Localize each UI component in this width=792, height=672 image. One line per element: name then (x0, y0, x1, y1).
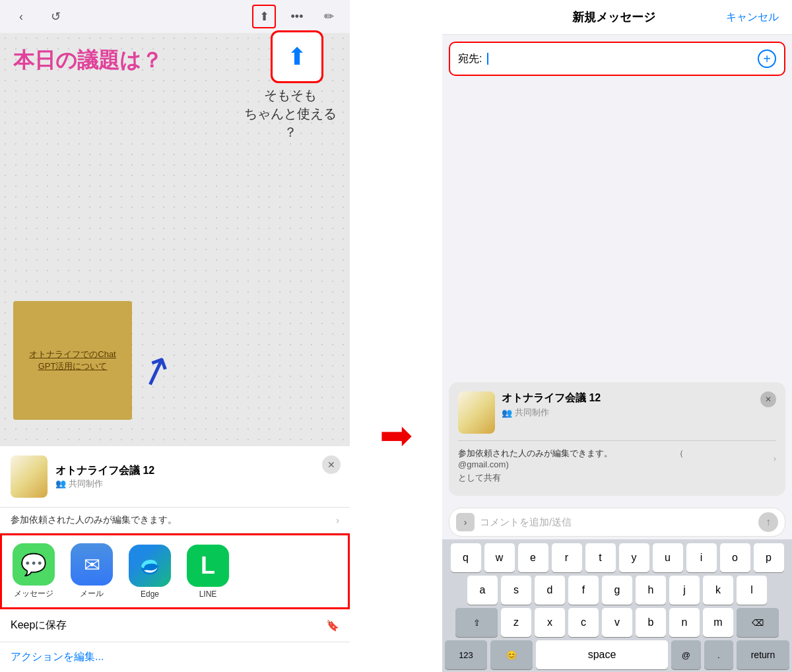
key-f[interactable]: f (568, 576, 599, 605)
shared-card-container: オトナライフ会議 12 👥 共同制作 ✕ 参加依頼された人のみが編集できます。 … (449, 382, 785, 496)
app-subtitle: 👥 共同制作 (55, 478, 154, 490)
edit-actions-row[interactable]: アクションを編集... (0, 642, 350, 672)
note-area: 本日の議題は？ そもそも ちゃんと使える ？ ↗ オトナライフでのChat GP… (0, 33, 350, 446)
key-a[interactable]: a (467, 576, 498, 605)
keyboard-row-2: a s d f g h j k l (445, 576, 789, 605)
close-sheet-button[interactable]: ✕ (322, 455, 341, 474)
top-bar-left: ‹ ↺ (11, 6, 66, 27)
key-v[interactable]: v (602, 608, 632, 637)
key-y[interactable]: y (619, 543, 649, 572)
key-m[interactable]: m (703, 608, 733, 637)
keyboard-row-3: ⇧ z x c v b n m ⌫ (445, 608, 789, 637)
shared-card-header: オトナライフ会議 12 👥 共同制作 ✕ (458, 391, 776, 434)
messages-title: 新規メッセージ (572, 9, 655, 25)
share-popup: ⬆ (271, 30, 323, 83)
key-j[interactable]: j (669, 576, 700, 605)
keyboard-row-bottom: 123 😊 space @ . return (445, 640, 789, 669)
back-icon[interactable]: ‹ (11, 6, 32, 27)
cancel-button[interactable]: キャンセル (726, 11, 779, 24)
key-numbers[interactable]: 123 (445, 640, 487, 669)
key-d[interactable]: d (535, 576, 565, 605)
messages-header: 新規メッセージ キャンセル (442, 0, 792, 35)
bookmark-icon: 🔖 (326, 619, 339, 632)
app-info-text: オトナライフ会議 12 👥 共同制作 (55, 464, 154, 490)
edge-app-icon[interactable]: Edge (129, 545, 171, 599)
send-button[interactable]: ↑ (758, 512, 778, 532)
key-emoji[interactable]: 😊 (490, 640, 533, 669)
key-delete[interactable]: ⌫ (737, 608, 779, 637)
key-z[interactable]: z (501, 608, 531, 637)
messages-app-icon[interactable]: 💬 メッセージ (13, 543, 55, 599)
comment-row: › コメントを追加/送信 ↑ (449, 508, 785, 537)
thumb-content (11, 455, 48, 498)
key-i[interactable]: i (686, 543, 717, 572)
key-shift[interactable]: ⇧ (455, 608, 498, 637)
key-space[interactable]: space (536, 640, 668, 669)
edit-actions-link[interactable]: アクションを編集... (11, 651, 104, 662)
key-t[interactable]: t (585, 543, 616, 572)
shared-as-row: として共有 (458, 472, 776, 484)
key-at[interactable]: @ (671, 640, 701, 669)
shared-card-info: オトナライフ会議 12 👥 共同制作 (502, 391, 601, 419)
line-app-icon[interactable]: L LINE (187, 545, 229, 599)
key-p[interactable]: p (754, 543, 784, 572)
transition-arrow: ➡ (350, 0, 442, 672)
key-q[interactable]: q (451, 543, 481, 572)
right-spacer (442, 76, 792, 376)
keep-row[interactable]: Keepに保存 🔖 (0, 609, 350, 642)
share-popup-icon: ⬆ (287, 43, 307, 71)
right-panel: 新規メッセージ キャンセル 宛先: + オトナライフ会議 12 👥 共同制作 ✕ (442, 0, 792, 672)
more-icon[interactable]: ••• (286, 6, 308, 27)
shared-title: オトナライフ会議 12 (502, 391, 601, 405)
key-b[interactable]: b (636, 608, 666, 637)
key-x[interactable]: x (535, 608, 565, 637)
app-thumbnail (11, 455, 48, 498)
key-k[interactable]: k (703, 576, 733, 605)
permission-chevron: › (336, 515, 339, 525)
shared-thumb-content (458, 391, 495, 434)
shared-divider (458, 440, 776, 441)
app-icons-row: 💬 メッセージ ✉ メール Edge L LINE (0, 533, 350, 609)
shared-permission-row[interactable]: 参加依頼された人のみが編集できます。 （ @gmail.com) › (458, 445, 776, 472)
messages-icon: 💬 (13, 543, 55, 586)
people-icon: 👥 (55, 479, 66, 488)
line-label: LINE (199, 589, 217, 599)
share-icon[interactable]: ⬆ (252, 5, 276, 28)
shared-permission-text: 参加依頼された人のみが編集できます。 （ @gmail.com) (458, 448, 774, 469)
note-card: オトナライフでのChat GPT活用について (13, 301, 132, 420)
to-label: 宛先: (458, 52, 482, 66)
undo-icon[interactable]: ↺ (45, 6, 66, 27)
arrow-decoration: ↗ (132, 343, 179, 398)
to-field-container: 宛先: + (449, 42, 785, 76)
key-h[interactable]: h (636, 576, 666, 605)
close-shared-card-button[interactable]: ✕ (760, 391, 776, 407)
line-icon: L (187, 545, 229, 587)
messages-label: メッセージ (14, 588, 53, 599)
key-return[interactable]: return (737, 640, 789, 669)
note-card-text: オトナライフでのChat GPT活用について (20, 349, 125, 372)
key-u[interactable]: u (653, 543, 683, 572)
key-o[interactable]: o (720, 543, 750, 572)
permission-row[interactable]: 参加依頼された人のみが編集できます。 › (0, 508, 350, 533)
key-period[interactable]: . (704, 640, 734, 669)
comment-placeholder[interactable]: コメントを追加/送信 (480, 516, 758, 529)
key-e[interactable]: e (518, 543, 548, 572)
note-subtitle: そもそも ちゃんと使える ？ (244, 86, 337, 141)
shared-permission-chevron: › (774, 454, 776, 463)
expand-button[interactable]: › (456, 513, 475, 531)
key-r[interactable]: r (552, 543, 582, 572)
cursor (487, 53, 488, 65)
key-n[interactable]: n (669, 608, 700, 637)
mail-app-icon[interactable]: ✉ メール (71, 543, 113, 599)
shared-subtitle: 👥 共同制作 (502, 407, 601, 419)
top-bar-right: ⬆ ••• ✏ (252, 5, 339, 28)
key-c[interactable]: c (568, 608, 599, 637)
keyboard: q w e r t y u i o p a s d f g h j k l ⇧ … (442, 539, 792, 672)
top-bar: ‹ ↺ ⬆ ••• ✏ (0, 0, 350, 33)
key-w[interactable]: w (484, 543, 515, 572)
add-recipient-button[interactable]: + (758, 50, 776, 68)
key-l[interactable]: l (737, 576, 767, 605)
key-g[interactable]: g (602, 576, 632, 605)
edit-icon[interactable]: ✏ (318, 6, 339, 27)
key-s[interactable]: s (501, 576, 531, 605)
